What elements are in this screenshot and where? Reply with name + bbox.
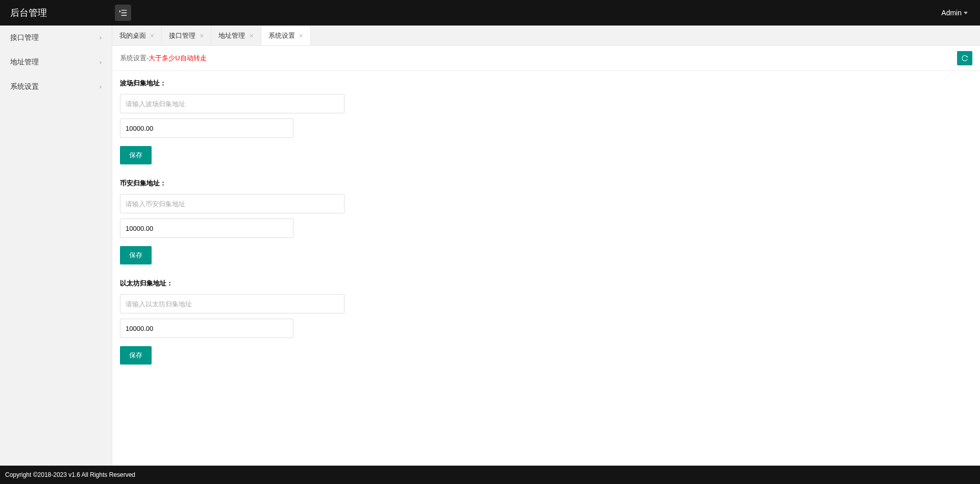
footer: Copyright ©2018-2023 v1.6 All Rights Res…: [0, 466, 980, 484]
form-area: 波场归集地址： 保存 币安归集地址： 保存 以太坊归集地址： 保存: [112, 71, 980, 386]
tab-label: 系统设置: [268, 31, 295, 40]
sidebar: 接口管理 › 地址管理 › 系统设置 ›: [0, 26, 112, 466]
amount-input-tron[interactable]: [120, 118, 293, 138]
form-label-tron: 波场归集地址：: [120, 79, 972, 88]
tab-interface[interactable]: 接口管理 ×: [162, 26, 211, 45]
tab-desktop[interactable]: 我的桌面 ×: [112, 26, 162, 45]
sidebar-item-settings[interactable]: 系统设置 ›: [0, 75, 112, 99]
close-icon[interactable]: ×: [249, 32, 253, 39]
footer-text: Copyright ©2018-2023 v1.6 All Rights Res…: [5, 471, 135, 478]
sidebar-item-interface[interactable]: 接口管理 ›: [0, 26, 112, 50]
close-icon[interactable]: ×: [299, 32, 303, 39]
chevron-right-icon: ›: [100, 59, 102, 66]
tab-label: 地址管理: [218, 31, 245, 40]
content-header: 系统设置-大于多少U自动转走: [112, 46, 980, 71]
tab-label: 我的桌面: [119, 31, 146, 40]
amount-input-binance[interactable]: [120, 219, 293, 238]
address-input-tron[interactable]: [120, 94, 345, 113]
content-header-title: 系统设置-: [120, 54, 149, 62]
address-input-binance[interactable]: [120, 194, 345, 213]
chevron-right-icon: ›: [100, 34, 102, 41]
menu-toggle-icon: [118, 8, 128, 17]
container: 接口管理 › 地址管理 › 系统设置 › 我的桌面 × 接口管理 × 地址管理 …: [0, 26, 980, 466]
content-header-text: 系统设置-大于多少U自动转走: [120, 54, 207, 63]
menu-toggle-button[interactable]: [115, 5, 131, 21]
sidebar-item-address[interactable]: 地址管理 ›: [0, 50, 112, 75]
sidebar-item-label: 接口管理: [10, 33, 39, 42]
chevron-right-icon: ›: [100, 83, 102, 90]
amount-input-eth[interactable]: [120, 319, 293, 338]
save-button-tron[interactable]: 保存: [120, 146, 152, 164]
header: 后台管理 Admin: [0, 0, 980, 26]
user-name: Admin: [941, 9, 962, 17]
tab-address[interactable]: 地址管理 ×: [211, 26, 261, 45]
close-icon[interactable]: ×: [150, 32, 154, 39]
save-button-binance[interactable]: 保存: [120, 246, 152, 264]
refresh-icon: [961, 55, 968, 62]
form-label-binance: 币安归集地址：: [120, 179, 972, 188]
form-group-binance: 币安归集地址： 保存: [120, 179, 972, 264]
main: 我的桌面 × 接口管理 × 地址管理 × 系统设置 × 系统设置-大于多少U自动…: [112, 26, 980, 466]
brand-title: 后台管理: [0, 7, 112, 19]
header-left: 后台管理: [0, 5, 131, 21]
form-group-eth: 以太坊归集地址： 保存: [120, 279, 972, 365]
save-button-eth[interactable]: 保存: [120, 346, 152, 365]
content: 系统设置-大于多少U自动转走 波场归集地址： 保存 币安归集地址： 保: [112, 46, 980, 466]
caret-down-icon: [964, 12, 968, 14]
content-header-suffix: 大于多少U自动转走: [149, 54, 206, 62]
form-label-eth: 以太坊归集地址：: [120, 279, 972, 288]
form-group-tron: 波场归集地址： 保存: [120, 79, 972, 164]
sidebar-item-label: 系统设置: [10, 82, 39, 91]
sidebar-item-label: 地址管理: [10, 58, 39, 67]
tab-settings[interactable]: 系统设置 ×: [261, 26, 311, 45]
user-menu[interactable]: Admin: [941, 9, 970, 17]
refresh-button[interactable]: [957, 51, 972, 65]
address-input-eth[interactable]: [120, 294, 345, 313]
tab-label: 接口管理: [169, 31, 195, 40]
close-icon[interactable]: ×: [200, 32, 204, 39]
tabs: 我的桌面 × 接口管理 × 地址管理 × 系统设置 ×: [112, 26, 980, 46]
